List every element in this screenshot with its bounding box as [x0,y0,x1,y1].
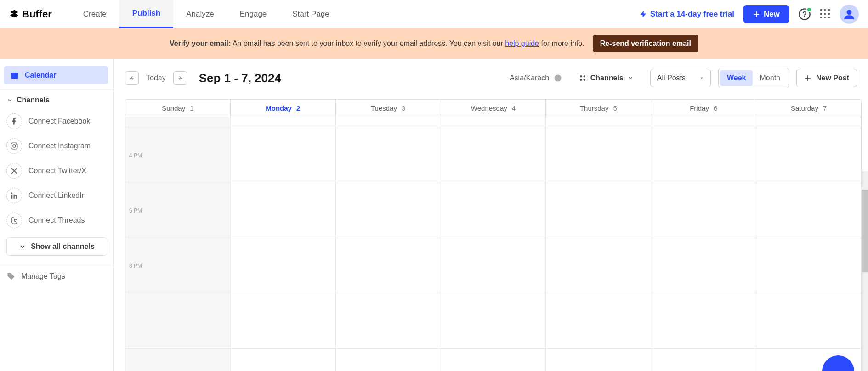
caret-down-icon [699,76,704,80]
trial-cta[interactable]: Start a 14-day free trial [639,10,734,19]
day-header-wednesday: Wednesday4 [441,100,546,117]
nav-tab-startpage[interactable]: Start Page [279,0,342,28]
svg-point-2 [847,10,852,15]
svg-point-12 [584,76,585,77]
help-guide-link[interactable]: help guide [505,39,539,47]
calendar-icon [10,71,19,80]
view-week-button[interactable]: Week [720,70,753,86]
chevron-down-icon [19,243,26,250]
banner-strong: Verify your email: [170,39,231,47]
next-week-button[interactable] [173,71,187,85]
channel-instagram-label: Connect Instagram [28,142,91,150]
trial-cta-label: Start a 14-day free trial [650,10,734,19]
svg-point-6 [13,145,16,147]
timezone-label: Asia/Karachi [510,74,551,82]
date-range: Sep 1 - 7, 2024 [199,71,281,85]
channel-threads-label: Connect Threads [28,216,85,225]
day-column-thursday[interactable] [546,117,651,371]
day-column-friday[interactable] [651,117,756,371]
top-right: Start a 14-day free trial New ? [639,5,859,24]
sidebar-calendar-label: Calendar [25,71,56,79]
linkedin-icon [6,188,22,203]
posts-filter[interactable]: All Posts [650,69,711,87]
banner-text: Verify your email: An email has been sen… [170,39,584,48]
channels-filter-label: Channels [590,74,624,82]
today-button[interactable]: Today [146,74,166,82]
channel-linkedin[interactable]: Connect LinkedIn [0,183,113,208]
channel-instagram[interactable]: Connect Instagram [0,134,113,158]
new-post-button[interactable]: New Post [796,69,857,87]
brand-logo[interactable]: Buffer [9,8,52,20]
calendar-toolbar: Today Sep 1 - 7, 2024 Asia/Karachi Chann… [125,68,868,88]
sidebar-channels-header[interactable]: Channels [0,89,113,109]
svg-point-9 [11,192,12,194]
calendar-body[interactable]: 4 PM6 PM8 PM [125,117,861,371]
top-nav: Buffer Create Publish Analyze Engage Sta… [0,0,868,28]
nav-tab-create[interactable]: Create [70,0,119,28]
day-header-thursday: Thursday5 [546,100,651,117]
instagram-icon [6,138,22,154]
svg-point-11 [580,76,581,77]
channels-filter[interactable]: Channels [579,74,634,82]
time-label: 6 PM [129,208,142,214]
show-all-channels-button[interactable]: Show all channels [6,237,107,256]
svg-rect-4 [11,73,18,74]
day-column-monday[interactable] [231,117,336,371]
tag-icon [6,272,16,281]
chevron-down-icon [6,97,13,103]
view-toggle: Week Month [718,68,789,88]
nav-tab-publish[interactable]: Publish [119,0,173,28]
day-column-tuesday[interactable] [336,117,441,371]
facebook-icon [6,113,22,129]
user-avatar[interactable] [840,5,859,24]
apps-grid-icon[interactable] [820,9,830,19]
help-icon[interactable]: ? [798,8,811,21]
threads-icon [6,213,22,228]
day-header-sunday: Sunday1 [125,100,231,117]
day-header-saturday: Saturday7 [756,100,861,117]
svg-point-13 [580,79,581,80]
timezone[interactable]: Asia/Karachi [510,74,562,82]
arrow-right-icon [177,75,183,81]
plus-icon [753,11,760,18]
banner-text2: for more info. [539,39,584,47]
svg-text:?: ? [802,10,807,18]
day-column-saturday[interactable] [756,117,861,371]
svg-point-7 [16,143,17,144]
channel-threads[interactable]: Connect Threads [0,208,113,233]
prev-week-button[interactable] [125,71,139,85]
banner-text1: An email has been sent to your inbox to … [231,39,505,47]
day-header-monday: Monday2 [231,100,336,117]
sidebar: Calendar Channels Connect Facebook Conne… [0,59,114,371]
chevron-down-icon [627,75,634,81]
new-button[interactable]: New [743,5,789,23]
nav-tab-engage[interactable]: Engage [227,0,280,28]
info-icon [554,74,562,82]
nav-tabs: Create Publish Analyze Engage Start Page [70,0,342,28]
day-header-tuesday: Tuesday3 [336,100,441,117]
resend-verification-button[interactable]: Re-send verification email [593,35,698,52]
buffer-logo-icon [9,9,19,19]
day-column-sunday[interactable]: 4 PM6 PM8 PM [125,117,231,371]
channel-twitter[interactable]: Connect Twitter/X [0,158,113,183]
channels-header-label: Channels [17,96,50,104]
view-month-button[interactable]: Month [754,70,787,86]
new-post-label: New Post [816,74,849,82]
posts-filter-label: All Posts [657,74,686,82]
day-column-wednesday[interactable] [441,117,546,371]
x-icon [6,163,22,179]
sidebar-item-calendar[interactable]: Calendar [4,66,108,84]
time-label: 8 PM [129,263,142,269]
time-label: 4 PM [129,152,142,159]
manage-tags-button[interactable]: Manage Tags [0,265,113,287]
calendar-grid: Sunday1Monday2Tuesday3Wednesday4Thursday… [125,99,862,371]
day-header-friday: Friday6 [651,100,756,117]
svg-point-14 [584,79,585,80]
scrollbar-thumb[interactable] [862,190,868,272]
channel-facebook[interactable]: Connect Facebook [0,109,113,134]
new-button-label: New [764,10,780,19]
channel-facebook-label: Connect Facebook [28,117,90,125]
nav-tab-analyze[interactable]: Analyze [173,0,227,28]
main-content: Today Sep 1 - 7, 2024 Asia/Karachi Chann… [114,59,868,371]
plus-icon [804,74,811,82]
